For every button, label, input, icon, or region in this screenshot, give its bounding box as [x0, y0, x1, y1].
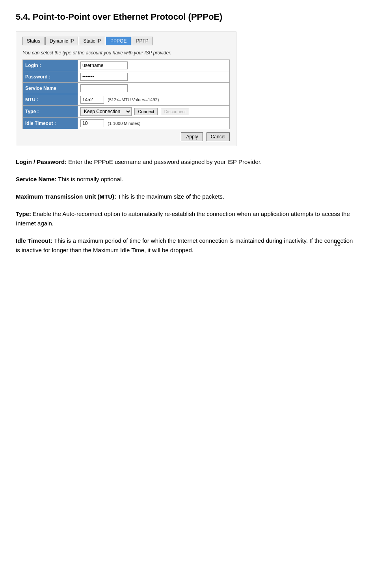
- desc-mtu-text: This is the maximum size of the packets.: [118, 193, 224, 200]
- desc-login: Login / Password: Enter the PPPoE userna…: [16, 157, 356, 167]
- tab-status[interactable]: Status: [22, 37, 45, 45]
- table-row: MTU : (512<=MTU Value<=1492): [23, 94, 230, 106]
- desc-type-text: Enable the Auto-reconnect option to auto…: [16, 210, 350, 227]
- password-field-cell: [78, 71, 230, 83]
- service-name-field-cell: [78, 83, 230, 94]
- service-name-input[interactable]: [80, 84, 128, 92]
- desc-service-name-text: This is normally optional.: [58, 176, 123, 182]
- desc-idle-timeout-text: This is a maximum period of time for whi…: [16, 237, 353, 253]
- type-field-cell: Keep Connection Connect Disconnect: [78, 106, 230, 118]
- desc-login-term: Login / Password:: [16, 158, 67, 165]
- tab-bar: Status Dynamic IP Static IP PPPOE PPTP: [22, 37, 230, 45]
- desc-idle-timeout-term: Idle Timeout:: [16, 237, 52, 244]
- password-label: Password :: [23, 71, 78, 83]
- desc-mtu: Maximum Transmission Unit (MTU): This is…: [16, 192, 356, 201]
- desc-idle-timeout: Idle Timeout: This is a maximum period o…: [16, 236, 356, 255]
- ui-description: You can select the type of the account y…: [22, 50, 230, 56]
- tab-pptp[interactable]: PPTP: [132, 37, 153, 45]
- table-row: Type : Keep Connection Connect Disconnec…: [23, 106, 230, 118]
- table-row: Login :: [23, 60, 230, 71]
- tab-dynamic-ip[interactable]: Dynamic IP: [45, 37, 78, 45]
- idle-timeout-label: Idle Timeout :: [23, 118, 78, 129]
- desc-mtu-term: Maximum Transmission Unit (MTU):: [16, 193, 116, 200]
- mtu-field-cell: (512<=MTU Value<=1492): [78, 94, 230, 106]
- idle-timeout-hint: (1-1000 Minutes): [108, 121, 140, 126]
- login-input[interactable]: [80, 61, 128, 69]
- table-row: Service Name: [23, 83, 230, 94]
- tab-static-ip[interactable]: Static IP: [79, 37, 105, 45]
- idle-timeout-input[interactable]: [80, 119, 104, 127]
- page-number: 28: [334, 241, 340, 247]
- disconnect-button[interactable]: Disconnect: [161, 108, 189, 115]
- mtu-hint: (512<=MTU Value<=1492): [108, 97, 159, 102]
- table-row: Password :: [23, 71, 230, 83]
- form-table: Login : Password : Service Name MTU :: [22, 60, 230, 129]
- idle-timeout-field-cell: (1-1000 Minutes): [78, 118, 230, 129]
- desc-service-name: Service Name: This is normally optional.: [16, 175, 356, 184]
- connect-button[interactable]: Connect: [134, 108, 158, 115]
- mtu-label: MTU :: [23, 94, 78, 106]
- type-label: Type :: [23, 106, 78, 118]
- ui-screenshot: Status Dynamic IP Static IP PPPOE PPTP Y…: [16, 32, 236, 146]
- cancel-button[interactable]: Cancel: [206, 132, 230, 141]
- type-select[interactable]: Keep Connection: [80, 107, 132, 116]
- desc-login-text: Enter the PPPoE username and password as…: [68, 158, 262, 165]
- table-row: Idle Timeout : (1-1000 Minutes): [23, 118, 230, 129]
- password-input[interactable]: [80, 73, 128, 81]
- service-name-label: Service Name: [23, 83, 78, 94]
- apply-button[interactable]: Apply: [181, 132, 203, 141]
- mtu-input[interactable]: [80, 96, 104, 104]
- action-row: Apply Cancel: [22, 132, 230, 141]
- desc-type-term: Type:: [16, 210, 31, 217]
- login-label: Login :: [23, 60, 78, 71]
- page-title: 5.4. Point-to-Point over Ethernet Protoc…: [16, 12, 356, 22]
- desc-type: Type: Enable the Auto-reconnect option t…: [16, 209, 356, 228]
- desc-service-name-term: Service Name:: [16, 176, 56, 182]
- login-field-cell: [78, 60, 230, 71]
- tab-pppoe[interactable]: PPPOE: [106, 37, 131, 45]
